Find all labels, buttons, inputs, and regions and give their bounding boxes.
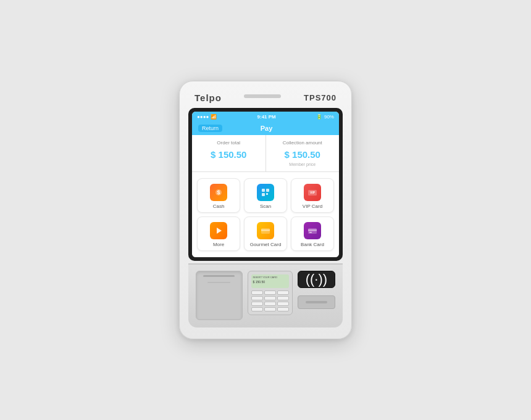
- key-3[interactable]: [277, 290, 289, 295]
- key-6[interactable]: [277, 296, 289, 300]
- keypad-keys[interactable]: [251, 290, 289, 311]
- bank-icon: [304, 222, 321, 239]
- kiosk-device: Telpo TPS700 ●●●● 📶 9:41 PM 🔋 90% Return: [179, 81, 352, 339]
- svg-rect-13: [309, 232, 312, 233]
- member-price-label: Member price: [271, 162, 335, 167]
- collection-box: Collection amount $ 150.50 Member price: [266, 135, 340, 171]
- wifi-icon: 📶: [211, 114, 217, 120]
- receipt-slot: [203, 275, 235, 277]
- svg-marker-8: [217, 228, 222, 234]
- status-bar-left: ●●●● 📶: [197, 114, 217, 120]
- right-hardware: ((·)): [298, 271, 335, 309]
- svg-rect-5: [266, 193, 268, 195]
- key-0[interactable]: [264, 307, 276, 311]
- signal-icon: ●●●●: [197, 114, 209, 120]
- more-label: More: [213, 242, 224, 247]
- collection-label: Collection amount: [271, 140, 335, 146]
- gourmet-label: Gourmet Card: [250, 242, 282, 247]
- card-slot-opening: [306, 301, 328, 303]
- keypad-unit[interactable]: INSERT YOUR CARD $ 150.50: [248, 271, 293, 315]
- gourmet-icon: [257, 222, 274, 239]
- key-hash[interactable]: [277, 307, 289, 311]
- battery-icon: 🔋: [316, 114, 322, 120]
- screen-bezel: ●●●● 📶 9:41 PM 🔋 90% Return Pay Order to…: [188, 108, 343, 261]
- top-bar-decoration: [244, 94, 281, 98]
- key-4[interactable]: [251, 296, 263, 300]
- svg-rect-3: [266, 189, 269, 192]
- key-star[interactable]: [251, 307, 263, 311]
- payment-section: $ Cash: [192, 172, 339, 257]
- receipt-paper: [207, 282, 230, 283]
- payment-gourmet-button[interactable]: Gourmet Card: [244, 216, 287, 251]
- keypad-screen: INSERT YOUR CARD $ 150.50: [251, 274, 289, 288]
- cash-icon: $: [210, 184, 227, 201]
- key-9[interactable]: [277, 302, 289, 306]
- key-1[interactable]: [251, 290, 263, 295]
- status-bar: ●●●● 📶 9:41 PM 🔋 90%: [192, 112, 339, 121]
- order-total-amount: $ 150.50: [197, 149, 261, 160]
- model-name: TPS700: [304, 93, 337, 102]
- svg-text:$: $: [217, 189, 220, 196]
- screen: ●●●● 📶 9:41 PM 🔋 90% Return Pay Order to…: [192, 112, 339, 257]
- key-2[interactable]: [264, 290, 276, 295]
- more-icon: [210, 222, 227, 239]
- order-total-label: Order total: [197, 140, 261, 146]
- vip-label: VIP Card: [303, 204, 322, 209]
- svg-rect-10: [261, 229, 270, 231]
- nav-bar: Return Pay: [192, 121, 339, 135]
- kiosk-header: Telpo TPS700: [188, 90, 343, 108]
- status-time: 9:41 PM: [257, 114, 276, 120]
- brand-name: Telpo: [194, 93, 222, 103]
- svg-rect-2: [262, 189, 265, 192]
- status-bar-right: 🔋 90%: [316, 114, 334, 120]
- payment-bank-button[interactable]: Bank Card: [291, 216, 334, 251]
- payment-scan-button[interactable]: Scan: [244, 178, 287, 213]
- svg-rect-12: [308, 229, 317, 231]
- return-button[interactable]: Return: [198, 125, 222, 132]
- scan-icon: [257, 184, 274, 201]
- payment-grid: $ Cash: [197, 178, 334, 251]
- nfc-icon: ((·)): [306, 271, 327, 287]
- vip-icon: VIP: [304, 184, 321, 201]
- key-5[interactable]: [264, 296, 276, 300]
- key-8[interactable]: [264, 302, 276, 306]
- battery-level: 90%: [324, 114, 334, 120]
- payment-vip-button[interactable]: VIP VIP Card: [291, 178, 334, 213]
- receipt-printer: [196, 271, 243, 320]
- cash-label: Cash: [213, 204, 225, 209]
- card-slot[interactable]: [298, 295, 335, 309]
- nav-title: Pay: [261, 125, 273, 132]
- nfc-reader[interactable]: ((·)): [298, 271, 335, 288]
- order-section: Order total $ 150.50 Collection amount $…: [192, 135, 339, 172]
- payment-cash-button[interactable]: $ Cash: [197, 178, 240, 213]
- key-7[interactable]: [251, 302, 263, 306]
- bank-label: Bank Card: [301, 242, 324, 247]
- payment-more-button[interactable]: More: [197, 216, 240, 251]
- scan-label: Scan: [260, 204, 271, 209]
- collection-amount: $ 150.50: [271, 149, 335, 160]
- hardware-section: INSERT YOUR CARD $ 150.50 ((·)): [188, 263, 343, 327]
- order-total-box: Order total $ 150.50: [192, 135, 266, 171]
- svg-text:VIP: VIP: [310, 191, 316, 194]
- svg-rect-4: [262, 193, 265, 196]
